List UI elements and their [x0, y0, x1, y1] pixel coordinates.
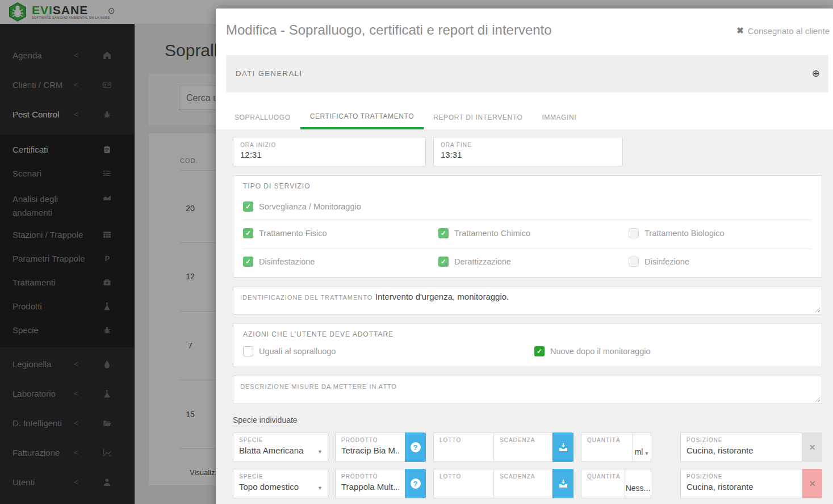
checkbox-unchecked-icon [629, 228, 639, 238]
edit-sopralluogo-modal: Modifica - Sopralluogo, certificati e re… [216, 9, 833, 504]
posizione-input[interactable]: POSIZIONE Cucina, ristorante [680, 432, 802, 462]
section-title: DATI GENERALI [236, 69, 303, 78]
checkbox-checked-icon: ✓ [243, 228, 253, 238]
remove-row-button[interactable]: ✕ [802, 432, 822, 462]
field-label: ORA INIZIO [240, 142, 418, 148]
remove-row-button[interactable]: ✕ [802, 469, 822, 498]
prodotto-select[interactable]: PRODOTTO Trappola Mult... [335, 469, 405, 498]
azioni-utente-group: AZIONI CHE L'UTENTE DEVE ADOTTARE Uguali… [233, 323, 822, 367]
identificazione-trattamento-textarea[interactable]: IDENTIFICAZIONE DEL TRATTAMENTO Interven… [233, 287, 822, 314]
scadenza-input[interactable]: SCADENZA [494, 432, 552, 462]
descrizione-misure-textarea[interactable]: DESCRIZIONE MISURE DA METTERE IN ATTO [233, 376, 822, 404]
identificazione-value: Intervento d'urgenza, monitoraggio. [375, 292, 509, 301]
modal-tabs: SOPRALLUOGO CERTIFICATO TRATTAMENTO REPO… [216, 105, 833, 129]
inbox-in-icon [559, 479, 568, 488]
checkbox-unchecked-icon [243, 346, 253, 356]
chevron-down-icon: ▼ [317, 449, 323, 455]
delivered-to-client-button[interactable]: ✖ Consegnato al cliente [736, 26, 830, 36]
group-label: AZIONI CHE L'UTENTE DEVE ADOTTARE [243, 330, 394, 338]
species-row: SPECIE Blatta Americana ▼ PRODOTTO Tetra… [216, 432, 833, 462]
field-label: ORA FINE [441, 142, 616, 148]
ora-inizio-value: 12:31 [240, 150, 418, 159]
screen: EVISANE SOFTWARE SANIDAD AMBIENTAL EN LA… [0, 0, 833, 504]
specie-select[interactable]: SPECIE Topo domestico ▼ [233, 469, 328, 498]
group-label: TIPO DI SERVIZIO [243, 182, 310, 190]
question-icon: ? [411, 442, 421, 452]
checkbox-unchecked-icon [629, 257, 639, 267]
unit-select[interactable]: ml▼ [633, 433, 651, 461]
checkbox-checked-icon: ✓ [243, 257, 253, 267]
quantita-input[interactable]: QUANTITÀ ml▼ [581, 432, 651, 462]
product-info-button[interactable]: ? [405, 432, 426, 462]
specie-select[interactable]: SPECIE Blatta Americana ▼ [233, 432, 328, 462]
checkbox-checked-icon: ✓ [438, 257, 449, 267]
ora-fine-value: 13:31 [441, 150, 616, 159]
quantita-input[interactable]: QUANTITÀ Ness... [581, 469, 651, 498]
product-info-button[interactable]: ? [405, 469, 426, 498]
close-x-icon: ✖ [736, 26, 744, 36]
unit-select[interactable]: Ness... [625, 469, 651, 498]
delivered-to-client-label: Consegnato al cliente [748, 26, 830, 36]
checkbox-trattamento-biologico[interactable]: Trattamento Biologico [629, 228, 725, 238]
modal-title: Modifica - Sopralluogo, certificati e re… [226, 22, 552, 38]
checkbox-disinfezione[interactable]: Disinfezione [629, 257, 689, 267]
chevron-down-icon: ▼ [317, 485, 323, 491]
resize-handle-icon[interactable] [815, 307, 820, 312]
question-icon: ? [411, 478, 421, 489]
stock-lot-button[interactable] [552, 469, 574, 498]
ora-inizio-field[interactable]: ORA INIZIO 12:31 [233, 137, 426, 166]
checkbox-trattamento-chimico[interactable]: ✓ Trattamento Chimico [438, 228, 530, 238]
checkbox-uguali-al-sopralluogo[interactable]: Uguali al sopralluogo [243, 346, 336, 356]
lotto-input[interactable]: LOTTO [433, 432, 494, 462]
resize-handle-icon[interactable] [815, 397, 820, 402]
checkbox-sorveglianza-monitoraggio[interactable]: ✓ Sorveglianza / Monitoraggio [243, 201, 361, 212]
tab-sopralluogo[interactable]: SOPRALLUOGO [225, 105, 300, 129]
stock-lot-button[interactable] [552, 432, 574, 462]
tab-certificato-trattamento[interactable]: CERTIFICATO TRATTAMENTO [300, 105, 424, 129]
species-row: SPECIE Topo domestico ▼ PRODOTTO Trappol… [216, 469, 833, 498]
tab-report-di-intervento[interactable]: REPORT DI INTERVENTO [424, 105, 532, 129]
lotto-input[interactable]: LOTTO [433, 469, 494, 498]
checkbox-derattizzazione[interactable]: ✓ Derattizzazione [438, 257, 511, 267]
tipo-di-servizio-group: TIPO DI SERVIZIO ✓ Sorveglianza / Monito… [233, 175, 822, 278]
chevron-down-icon: ▼ [644, 451, 649, 456]
expand-plus-icon[interactable]: ⊕ [812, 68, 820, 79]
field-label: IDENTIFICAZIONE DEL TRATTAMENTO [240, 294, 372, 301]
checkbox-checked-icon: ✓ [534, 346, 545, 356]
checkbox-disinfestazione[interactable]: ✓ Disinfestazione [243, 257, 315, 267]
tab-immagini[interactable]: IMMAGINI [532, 105, 586, 129]
scadenza-input[interactable]: SCADENZA [494, 469, 552, 498]
prodotto-select[interactable]: PRODOTTO Tetracip Bia M... [335, 432, 405, 462]
specie-individuate-title: Specie individuate [233, 415, 298, 425]
inbox-in-icon [559, 443, 568, 452]
checkbox-nuove-dopo-monitoraggio[interactable]: ✓ Nuove dopo il monitoraggio [534, 346, 651, 356]
checkbox-checked-icon: ✓ [438, 228, 449, 238]
checkbox-trattamento-fisico[interactable]: ✓ Trattamento Fisico [243, 228, 327, 238]
field-label: DESCRIZIONE MISURE DA METTERE IN ATTO [240, 383, 397, 390]
posizione-input[interactable]: POSIZIONE Cucina, ristorante [680, 469, 802, 498]
dati-generali-section-header[interactable]: DATI GENERALI ⊕ [226, 55, 828, 93]
ora-fine-field[interactable]: ORA FINE 13:31 [433, 137, 623, 166]
checkbox-checked-icon: ✓ [243, 201, 253, 212]
